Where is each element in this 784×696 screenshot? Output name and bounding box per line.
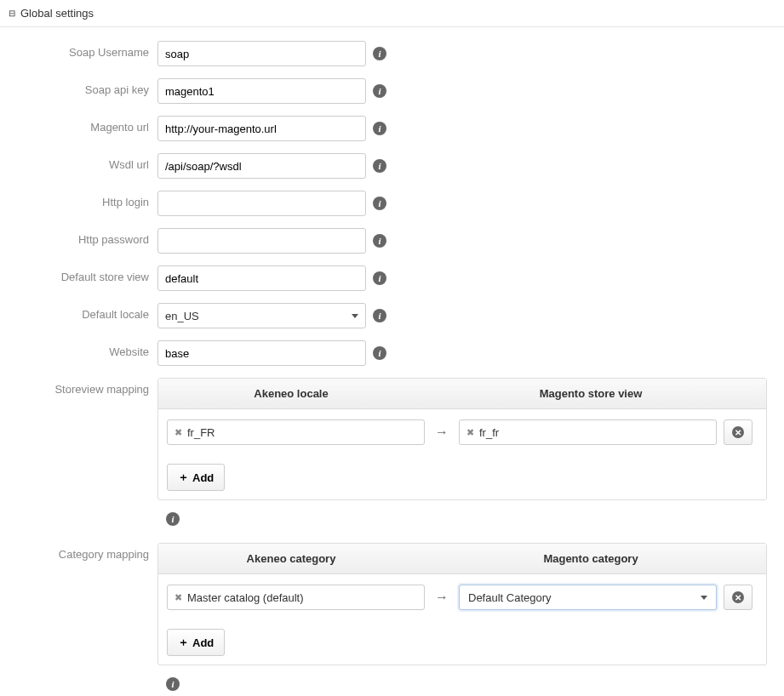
row-soap-api-key: Soap api key i bbox=[9, 78, 775, 104]
row-default-locale: Default locale en_US i bbox=[9, 303, 775, 328]
row-storeview-mapping: Storeview mapping Akeneo locale Magento … bbox=[9, 378, 775, 500]
panel-header[interactable]: ⊟ Global settings bbox=[0, 0, 784, 27]
akeneo-category-input[interactable]: ✖ Master catalog (default) bbox=[167, 585, 425, 610]
info-icon[interactable]: i bbox=[373, 234, 386, 248]
website-input[interactable] bbox=[157, 340, 366, 366]
label-soap-username: Soap Username bbox=[9, 41, 157, 59]
label-http-login: Http login bbox=[9, 191, 157, 208]
magento-store-view-input[interactable]: ✖ fr_fr bbox=[459, 419, 717, 445]
info-icon[interactable]: i bbox=[373, 47, 386, 60]
soap-username-input[interactable] bbox=[157, 41, 366, 66]
wsdl-url-input[interactable] bbox=[157, 153, 366, 179]
global-settings-panel: ⊟ Global settings Soap Username i Soap a… bbox=[0, 0, 784, 696]
label-http-password: Http password bbox=[9, 228, 157, 246]
info-icon[interactable]: i bbox=[373, 346, 386, 360]
clear-icon[interactable]: ✖ bbox=[175, 592, 182, 603]
magento-url-input[interactable] bbox=[157, 116, 366, 141]
row-wsdl-url: Wsdl url i bbox=[9, 153, 775, 179]
akeneo-locale-value: fr_FR bbox=[187, 426, 215, 439]
magento-category-select[interactable]: Default Category bbox=[459, 585, 717, 610]
label-default-store-view: Default store view bbox=[9, 265, 157, 283]
add-label: Add bbox=[192, 636, 214, 649]
label-default-locale: Default locale bbox=[9, 303, 157, 321]
info-icon[interactable]: i bbox=[373, 159, 386, 173]
label-wsdl-url: Wsdl url bbox=[9, 153, 157, 171]
add-label: Add bbox=[192, 471, 214, 484]
row-soap-username: Soap Username i bbox=[9, 41, 775, 66]
form-body: Soap Username i Soap api key i Magento u… bbox=[0, 27, 784, 696]
row-http-login: Http login i bbox=[9, 191, 775, 216]
arrow-right-icon: → bbox=[432, 590, 452, 605]
mapping-header: Akeneo category Magento category bbox=[158, 544, 766, 574]
label-soap-api-key: Soap api key bbox=[9, 78, 157, 96]
magento-category-value: Default Category bbox=[468, 591, 552, 604]
row-default-store-view: Default store view i bbox=[9, 265, 775, 291]
delete-row-button[interactable]: ✕ bbox=[724, 419, 753, 445]
magento-store-view-value: fr_fr bbox=[479, 426, 499, 439]
mapping-row: ✖ Master catalog (default) → Default Cat… bbox=[158, 574, 766, 620]
col-akeneo-category: Akeneo category bbox=[158, 544, 424, 573]
col-magento-category: Magento category bbox=[458, 544, 724, 573]
label-category-mapping: Category mapping bbox=[9, 543, 157, 561]
clear-icon[interactable]: ✖ bbox=[175, 427, 182, 438]
info-icon[interactable]: i bbox=[373, 271, 386, 285]
label-storeview-mapping: Storeview mapping bbox=[9, 378, 157, 396]
plus-icon: ＋ bbox=[178, 635, 189, 650]
storeview-mapping-table: Akeneo locale Magento store view ✖ fr_FR… bbox=[157, 378, 767, 500]
http-password-input[interactable] bbox=[157, 228, 366, 254]
panel-title: Global settings bbox=[20, 7, 94, 20]
delete-row-button[interactable]: ✕ bbox=[724, 585, 753, 610]
akeneo-category-value: Master catalog (default) bbox=[187, 591, 304, 604]
clear-icon[interactable]: ✖ bbox=[466, 427, 474, 438]
chevron-down-icon bbox=[352, 314, 358, 318]
row-website: Website i bbox=[9, 340, 775, 366]
default-locale-select[interactable]: en_US bbox=[157, 303, 366, 328]
default-locale-value: en_US bbox=[165, 310, 199, 322]
add-category-button[interactable]: ＋ Add bbox=[167, 629, 225, 656]
row-magento-url: Magento url i bbox=[9, 116, 775, 141]
col-magento-store-view: Magento store view bbox=[458, 379, 724, 408]
arrow-right-icon: → bbox=[432, 425, 452, 440]
col-akeneo-locale: Akeneo locale bbox=[158, 379, 424, 408]
info-icon[interactable]: i bbox=[373, 84, 386, 98]
collapse-icon: ⊟ bbox=[9, 9, 15, 18]
soap-api-key-input[interactable] bbox=[157, 78, 366, 104]
http-login-input[interactable] bbox=[157, 191, 366, 216]
info-icon[interactable]: i bbox=[166, 512, 180, 526]
close-icon: ✕ bbox=[732, 426, 744, 438]
row-category-mapping: Category mapping Akeneo category Magento… bbox=[9, 543, 775, 665]
akeneo-locale-input[interactable]: ✖ fr_FR bbox=[167, 419, 425, 445]
label-magento-url: Magento url bbox=[9, 116, 157, 134]
row-http-password: Http password i bbox=[9, 228, 775, 254]
close-icon: ✕ bbox=[732, 591, 744, 603]
mapping-header: Akeneo locale Magento store view bbox=[158, 379, 766, 409]
info-icon[interactable]: i bbox=[373, 309, 386, 322]
info-icon[interactable]: i bbox=[166, 677, 180, 691]
mapping-row: ✖ fr_FR → ✖ fr_fr ✕ bbox=[158, 409, 766, 455]
category-mapping-table: Akeneo category Magento category ✖ Maste… bbox=[157, 543, 767, 665]
label-website: Website bbox=[9, 340, 157, 358]
plus-icon: ＋ bbox=[178, 470, 189, 485]
chevron-down-icon bbox=[701, 596, 707, 600]
info-icon[interactable]: i bbox=[373, 122, 386, 135]
add-storeview-button[interactable]: ＋ Add bbox=[167, 464, 225, 491]
info-icon[interactable]: i bbox=[373, 197, 386, 210]
default-store-view-input[interactable] bbox=[157, 265, 366, 291]
